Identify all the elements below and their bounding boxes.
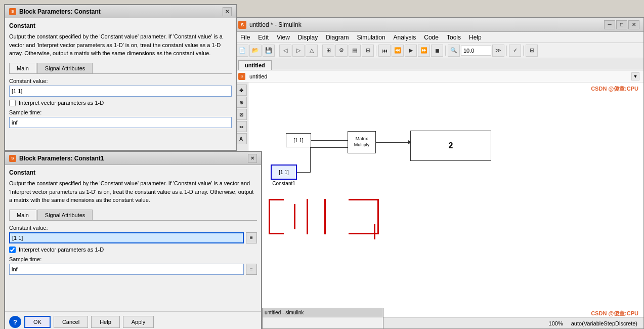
menu-display[interactable]: Display (294, 33, 322, 42)
menu-tools[interactable]: Tools (443, 33, 465, 42)
tb-check[interactable]: ✓ (509, 45, 521, 57)
tabs-bar: untitled (234, 58, 643, 70)
dialog-constant: S Block Parameters: Constant ✕ Constant … (4, 4, 237, 151)
block-constant1[interactable]: [1 1] (271, 164, 297, 180)
dialog1-cv-input[interactable] (9, 86, 232, 97)
thumbnail-window: untitled - simulink (262, 308, 383, 329)
tb-run[interactable]: ▶ (405, 45, 417, 57)
breadcrumb-dropdown[interactable]: ▼ (631, 72, 639, 80)
tb-open[interactable]: 📂 (249, 45, 262, 57)
dialog2-tab-signal[interactable]: Signal Attributes (37, 210, 93, 220)
close-button[interactable]: ✕ (628, 20, 639, 29)
dialog1-close[interactable]: ✕ (223, 7, 232, 16)
sidebar-fit[interactable]: ⇔ (236, 121, 247, 132)
dialog2-tabs: Main Signal Attributes (9, 210, 257, 221)
tb-zoom-input[interactable] (461, 46, 491, 56)
maximize-button[interactable]: □ (616, 20, 627, 29)
dialog1-cv-row (9, 86, 232, 97)
red-shape-2 (294, 204, 295, 229)
tb-step-back[interactable]: ⏪ (392, 45, 404, 57)
dialog2-footer: ? OK Cancel Help Apply (5, 311, 261, 329)
dialog1-interpret-check[interactable] (9, 100, 16, 106)
dialog2-ok-button[interactable]: OK (24, 316, 51, 328)
constant-top-label: [1 1] (293, 138, 303, 143)
menu-view[interactable]: View (273, 33, 294, 42)
dialog2-apply-button[interactable]: Apply (123, 316, 154, 328)
tb-back[interactable]: ◁ (279, 45, 291, 57)
tb-grid[interactable]: ⊞ (526, 45, 538, 57)
dialog2-content: Constant Output the constant specified b… (5, 165, 261, 311)
watermark-top: CSDN @傻童:CPU (591, 85, 638, 93)
tb-stop[interactable]: ⏹ (431, 45, 443, 57)
menu-simulation[interactable]: Simulation (353, 33, 390, 42)
sidebar-pan[interactable]: ✥ (236, 85, 247, 96)
breadcrumb-bar: S untitled ▼ (234, 70, 643, 83)
breadcrumb-icon: S (238, 73, 245, 80)
tb-block3[interactable]: ▤ (349, 45, 361, 57)
menu-bar: File Edit View Display Diagram Simulatio… (234, 32, 643, 43)
dialog2-interpret-check[interactable] (9, 246, 16, 253)
toolbar: 📄 📂 💾 ◁ ▷ △ ⊞ ⚙ ▤ ⊟ ⏮ ⏪ ▶ ⏩ ⏹ 🔍 ≫ ✓ ⊞ (234, 43, 643, 58)
display-value: 2 (449, 141, 453, 150)
menu-help[interactable]: Help (465, 33, 486, 42)
dialog2-block-name: Constant (9, 169, 257, 176)
dialog2-help-icon[interactable]: ? (9, 316, 21, 328)
canvas-area[interactable]: CSDN @傻童:CPU [1 1] [1 1] Constant1 Matri… (248, 83, 643, 317)
tb-block2[interactable]: ⚙ (335, 45, 348, 57)
wire-1 (311, 140, 348, 141)
dialog2-st-btn[interactable]: ≡ (246, 264, 257, 275)
wire-5 (376, 142, 410, 143)
dialog2-cv-btn[interactable]: ≡ (246, 232, 257, 243)
minimize-button[interactable]: ─ (604, 20, 615, 29)
tb-step[interactable]: ⏩ (418, 45, 430, 57)
dialog2-tab-main[interactable]: Main (9, 210, 36, 220)
dialog2-cancel-button[interactable]: Cancel (54, 316, 88, 328)
dialog1-tab-main[interactable]: Main (9, 63, 36, 73)
dialog1-st-input[interactable] (9, 117, 232, 128)
sidebar-text[interactable]: A (236, 133, 247, 144)
dialog2-cv-input[interactable] (9, 232, 244, 243)
block-matrix-multiply[interactable]: MatrixMultiply (348, 131, 376, 153)
sidebar-zoom-out[interactable]: ⊠ (236, 109, 247, 120)
menu-edit[interactable]: Edit (254, 33, 273, 42)
tb-forward[interactable]: ▷ (292, 45, 305, 57)
dialog1-icon: S (9, 8, 16, 15)
dialog2-desc: Output the constant specified by the 'Co… (9, 179, 257, 204)
wire-3 (310, 147, 311, 173)
wire-4 (310, 147, 348, 148)
tb-save[interactable]: 💾 (263, 45, 275, 57)
tab-untitled[interactable]: untitled (238, 60, 272, 70)
dialog2-cv-row: ≡ (9, 232, 257, 243)
dialog1-titlebar: S Block Parameters: Constant ✕ (5, 5, 236, 18)
menu-file[interactable]: File (236, 33, 254, 42)
dialog2-st-input[interactable] (9, 264, 244, 275)
watermark-bottom: CSDN @傻童:CPU (591, 310, 638, 317)
simulink-window: S untitled * - Simulink ─ □ ✕ File Edit … (234, 17, 644, 329)
tb-zoom[interactable]: 🔍 (448, 45, 460, 57)
menu-code[interactable]: Code (420, 33, 443, 42)
tb-sep1 (277, 46, 277, 56)
menu-analysis[interactable]: Analysis (390, 33, 420, 42)
block-constant-top[interactable]: [1 1] (286, 133, 311, 147)
tb-up[interactable]: △ (306, 45, 318, 57)
tb-zoom-more[interactable]: ≫ (492, 45, 504, 57)
red-shape-6 (374, 224, 375, 239)
content-area: ✥ ⊕ ⊠ ⇔ A CSDN @傻童:CPU [1 1] [1 1] Const… (234, 83, 643, 317)
tb-sep4 (445, 46, 446, 56)
dialog2-help-button[interactable]: Help (91, 316, 120, 328)
tb-block1[interactable]: ⊞ (322, 45, 334, 57)
dialog1-st-label: Sample time: (9, 109, 232, 115)
dialog2-close[interactable]: ✕ (248, 154, 257, 163)
tb-new[interactable]: 📄 (236, 45, 248, 57)
tb-run-back[interactable]: ⏮ (378, 45, 391, 57)
block-display[interactable]: 2 (410, 131, 491, 161)
red-shape-4 (324, 199, 326, 234)
dialog2-icon: S (9, 155, 16, 162)
sidebar-zoom-in[interactable]: ⊕ (236, 97, 247, 108)
dialog-constant1: S Block Parameters: Constant1 ✕ Constant… (4, 151, 262, 329)
dialog2-interpret-label: Interpret vector parameters as 1-D (19, 246, 104, 253)
menu-diagram[interactable]: Diagram (322, 33, 353, 42)
thumbnail-title: untitled - simulink (265, 310, 304, 315)
dialog1-tab-signal[interactable]: Signal Attributes (37, 63, 93, 73)
tb-block4[interactable]: ⊟ (362, 45, 374, 57)
